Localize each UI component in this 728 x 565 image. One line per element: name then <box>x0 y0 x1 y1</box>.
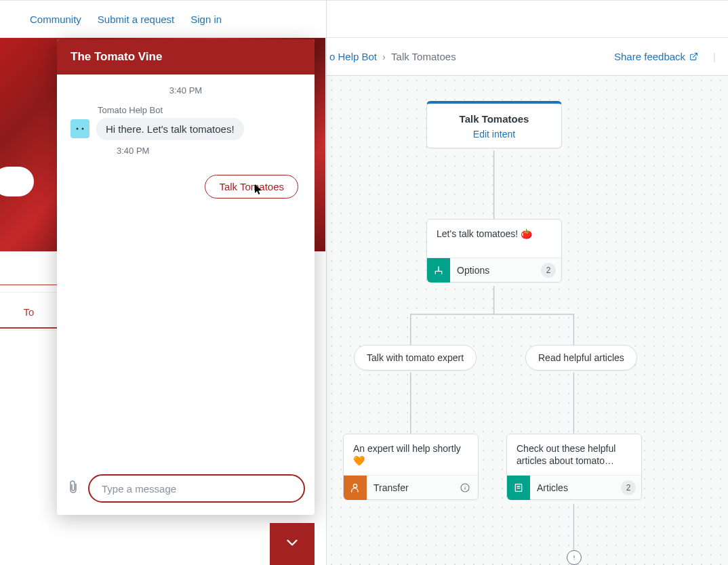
external-link-icon <box>689 52 698 61</box>
flow-step-transfer-text: An expert will help shortly 🧡 <box>344 434 478 475</box>
options-step-icon <box>427 258 450 282</box>
nav-submit-request-link[interactable]: Submit a request <box>98 14 174 25</box>
flow-step-articles[interactable]: Check out these helpful articles about t… <box>506 434 642 500</box>
share-feedback-link[interactable]: Share feedback <box>614 51 698 62</box>
nav-community-link[interactable]: Community <box>30 14 81 25</box>
flow-option-articles-label: Read helpful articles <box>538 352 624 363</box>
breadcrumb-separator-icon: › <box>382 51 386 62</box>
flow-root-title: Talk Tomatoes <box>434 113 554 125</box>
transfer-step-icon <box>344 476 367 500</box>
flow-builder-panel: o Help Bot › Talk Tomatoes Share feedbac… <box>326 0 728 565</box>
svg-point-1 <box>82 128 84 130</box>
flow-step-prompt[interactable]: Let's talk tomatoes! 🍅 Options 2 <box>426 219 562 282</box>
attachment-icon[interactable] <box>66 480 80 497</box>
nav-sign-in-link[interactable]: Sign in <box>190 14 222 25</box>
flow-canvas[interactable]: Talk Tomatoes Edit intent Let's talk tom… <box>327 76 728 565</box>
chat-bot-message: Hi there. Let's talk tomatoes! <box>96 118 244 140</box>
chat-timestamp-center: 3:40 PM <box>70 85 301 96</box>
quick-reply-talk-tomatoes[interactable]: Talk Tomatoes <box>205 175 298 198</box>
builder-header: o Help Bot › Talk Tomatoes Share feedbac… <box>327 38 728 76</box>
breadcrumb-bot-link[interactable]: o Help Bot <box>329 51 377 62</box>
flow-option-expert-label: Talk with tomato expert <box>367 352 464 363</box>
info-icon[interactable] <box>458 480 472 495</box>
bot-avatar-icon <box>70 119 89 138</box>
flow-step-prompt-type: Options <box>450 265 541 276</box>
flow-step-prompt-badge: 2 <box>541 263 556 278</box>
chat-bot-name: Tomato Help Bot <box>98 105 301 115</box>
svg-point-18 <box>574 560 575 560</box>
chat-collapse-button[interactable] <box>270 523 315 565</box>
flow-option-expert[interactable]: Talk with tomato expert <box>354 345 477 371</box>
flow-step-transfer[interactable]: An expert will help shortly 🧡 Transfer <box>343 434 479 500</box>
category-tab-strip: To <box>0 285 58 331</box>
share-feedback-label: Share feedback <box>614 51 685 62</box>
articles-step-icon <box>507 476 530 500</box>
header-divider: | <box>713 51 716 62</box>
chat-message-row: Hi there. Let's talk tomatoes! <box>70 118 301 140</box>
flow-step-transfer-type: Transfer <box>367 482 458 493</box>
chevron-down-icon <box>283 534 301 554</box>
search-pill[interactable] <box>0 167 34 196</box>
category-tab-partial[interactable]: To <box>0 292 58 329</box>
svg-point-13 <box>464 486 465 486</box>
flow-step-transfer-footer: Transfer <box>344 475 478 499</box>
chat-message-input[interactable] <box>88 474 305 503</box>
svg-point-10 <box>353 484 357 488</box>
flow-end-stub-icon[interactable] <box>567 550 582 565</box>
flow-step-articles-badge: 2 <box>621 480 636 495</box>
flow-step-articles-type: Articles <box>530 482 621 493</box>
chat-input-row <box>57 466 315 515</box>
flow-step-articles-footer: Articles 2 <box>507 475 641 499</box>
chat-message-time: 3:40 PM <box>117 146 301 156</box>
chat-widget: The Tomato Vine 3:40 PM Tomato Help Bot … <box>57 39 315 515</box>
flow-step-prompt-text: Let's talk tomatoes! 🍅 <box>427 219 561 257</box>
breadcrumb-current: Talk Tomatoes <box>391 51 456 62</box>
svg-line-2 <box>693 54 697 58</box>
flow-step-prompt-footer: Options 2 <box>427 257 561 282</box>
edit-intent-link[interactable]: Edit intent <box>434 129 554 140</box>
chat-title: The Tomato Vine <box>57 39 315 75</box>
quick-reply-label: Talk Tomatoes <box>219 181 284 192</box>
quick-reply-row: Talk Tomatoes <box>70 175 301 198</box>
builder-spacer-top <box>327 0 728 38</box>
flow-root-node[interactable]: Talk Tomatoes Edit intent <box>426 101 562 148</box>
svg-point-0 <box>77 128 79 130</box>
chat-body: 3:40 PM Tomato Help Bot Hi there. Let's … <box>57 75 315 466</box>
flow-step-articles-text: Check out these helpful articles about t… <box>507 434 641 475</box>
flow-option-articles[interactable]: Read helpful articles <box>525 345 637 371</box>
